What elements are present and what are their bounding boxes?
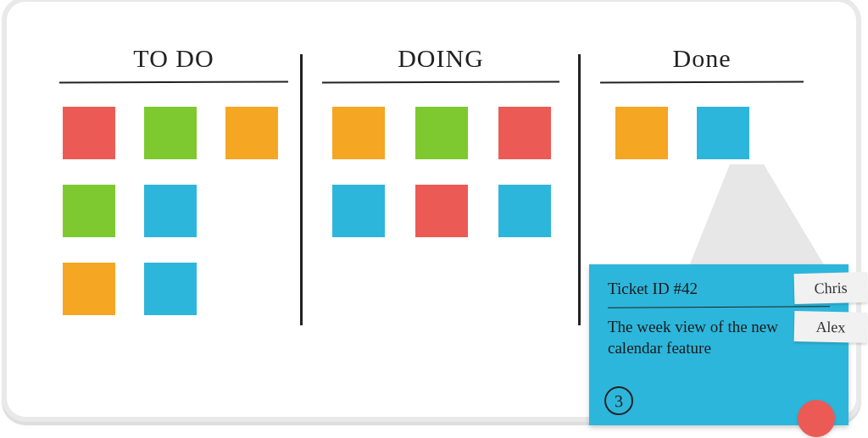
svg-marker-0 xyxy=(689,164,825,266)
column-underline xyxy=(600,81,804,84)
assignee-name: Chris xyxy=(814,277,848,298)
column-title: Done xyxy=(600,44,804,73)
kanban-card[interactable] xyxy=(697,107,749,159)
kanban-card[interactable] xyxy=(144,185,197,237)
cards-grid-todo xyxy=(59,98,288,315)
callout-pointer xyxy=(689,164,825,274)
column-underline xyxy=(322,81,559,84)
column-done: Done xyxy=(600,44,804,159)
story-points-value: 3 xyxy=(615,389,624,412)
assignee-tag[interactable]: Alex xyxy=(794,311,868,343)
kanban-card[interactable] xyxy=(498,185,551,237)
column-todo: TO DO xyxy=(59,44,288,315)
kanban-card[interactable] xyxy=(144,107,197,159)
column-title: TO DO xyxy=(59,44,288,73)
cards-grid-doing xyxy=(322,98,559,237)
flag-dot-icon xyxy=(798,400,835,437)
assignee-tag[interactable]: Chris xyxy=(794,272,868,304)
kanban-card[interactable] xyxy=(332,185,385,237)
kanban-card[interactable] xyxy=(63,185,115,237)
kanban-card[interactable] xyxy=(415,107,468,159)
column-underline xyxy=(59,81,288,84)
kanban-card[interactable] xyxy=(498,107,551,159)
kanban-card[interactable] xyxy=(225,107,278,159)
kanban-card[interactable] xyxy=(332,107,385,159)
column-divider xyxy=(300,54,303,325)
cards-grid-done xyxy=(600,98,804,159)
popover-divider xyxy=(608,306,830,308)
kanban-card[interactable] xyxy=(63,107,115,159)
column-title: DOING xyxy=(322,44,559,73)
assignee-name: Alex xyxy=(815,316,846,337)
empty-slot xyxy=(225,185,278,237)
kanban-card[interactable] xyxy=(63,263,115,315)
column-doing: DOING xyxy=(322,44,559,237)
kanban-card[interactable] xyxy=(615,107,668,159)
kanban-card[interactable] xyxy=(144,263,197,315)
column-divider xyxy=(578,54,581,325)
ticket-detail-popover[interactable]: Ticket ID #42 The week view of the new c… xyxy=(589,264,849,425)
kanban-card[interactable] xyxy=(415,185,468,237)
story-points-circle: 3 xyxy=(604,385,633,415)
